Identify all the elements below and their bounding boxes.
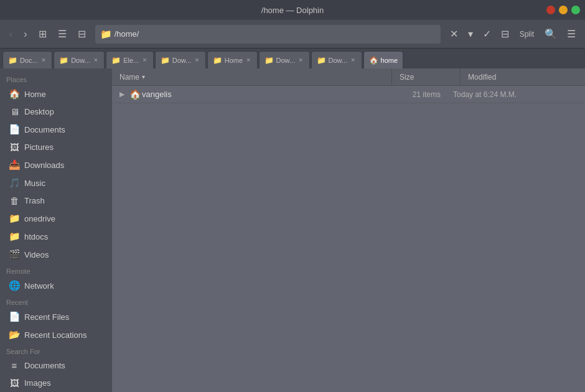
htdocs-icon: 📁 xyxy=(9,231,20,242)
sidebar-item-label-desktop: Desktop xyxy=(24,107,54,116)
split-button[interactable]: Split xyxy=(515,27,539,41)
sidebar-item-network[interactable]: 🌐Network xyxy=(2,277,110,294)
tab-folder-icon: 📁 xyxy=(59,56,68,65)
sidebar-item-pictures[interactable]: 🖼Pictures xyxy=(2,139,110,156)
documents-icon: 📄 xyxy=(9,124,20,135)
address-folder-icon: 📁 xyxy=(100,29,112,40)
sidebar-item-recent-locations[interactable]: 📂Recent Locations xyxy=(2,326,110,343)
network-icon: 🌐 xyxy=(9,280,20,291)
sidebar-item-home[interactable]: 🏠Home xyxy=(2,85,110,103)
clear-address-button[interactable]: ✕ xyxy=(446,25,462,43)
remote-label: Remote xyxy=(0,264,112,276)
sidebar-item-label-recent-locations: Recent Locations xyxy=(24,330,87,340)
sidebar-item-label-trash: Trash xyxy=(24,196,45,205)
tab-label: Dow... xyxy=(172,57,192,64)
minimize-button[interactable] xyxy=(559,6,568,14)
hamburger-icon: ☰ xyxy=(567,28,576,40)
address-text: /home/ xyxy=(115,29,139,39)
tab-ele[interactable]: 📁Ele...× xyxy=(106,51,154,68)
sidebar-item-documents[interactable]: 📄Documents xyxy=(2,121,110,138)
tab-close-button[interactable]: × xyxy=(93,57,99,63)
search-button[interactable]: 🔍 xyxy=(540,25,561,43)
trash-icon: 🗑 xyxy=(9,195,20,206)
sidebar-item-trash[interactable]: 🗑Trash xyxy=(2,192,110,209)
file-header: Name ▾ Size Modified xyxy=(112,68,585,86)
details-button[interactable]: ⊟ xyxy=(497,25,513,43)
icon-view-button[interactable]: ⊞ xyxy=(34,25,51,43)
menu-button[interactable]: ☰ xyxy=(563,25,580,43)
table-row[interactable]: ▶🏠vangelis21 itemsToday at 6:24 M.M. xyxy=(112,86,585,103)
sidebar-item-search-images[interactable]: 🖼Images xyxy=(2,375,110,391)
sidebar-item-label-downloads: Downloads xyxy=(24,161,64,170)
tab-close-button[interactable]: × xyxy=(194,57,200,63)
sidebar-item-videos[interactable]: 🎬Videos xyxy=(2,246,110,263)
address-bar[interactable]: 📁 /home/ xyxy=(95,25,441,44)
sidebar-item-label-recent-files: Recent Files xyxy=(24,312,69,322)
sidebar: Places 🏠Home🖥Desktop📄Documents🖼Pictures📥… xyxy=(0,68,112,392)
confirm-button[interactable]: ✓ xyxy=(479,25,495,43)
close-button[interactable] xyxy=(546,6,555,14)
tab-label: Home xyxy=(225,57,243,64)
tab-folder-icon: 📁 xyxy=(111,56,121,65)
home-icon: 🏠 xyxy=(9,88,20,100)
tab-folder-icon: 📁 xyxy=(264,56,274,65)
tab-folder-icon: 📁 xyxy=(161,56,170,65)
tab-doc[interactable]: 📁Doc...× xyxy=(2,51,52,68)
tab-folder-icon: 🏠 xyxy=(369,56,378,65)
tab-close-button[interactable]: × xyxy=(40,57,47,63)
tab-close-button[interactable]: × xyxy=(297,57,304,63)
sidebar-item-label-documents: Documents xyxy=(24,125,65,134)
tab-label: Dow... xyxy=(276,57,296,64)
tab-close-button[interactable]: × xyxy=(245,57,251,63)
tab-folder-icon: 📁 xyxy=(8,56,17,65)
sidebar-item-search-documents[interactable]: ≡Documents xyxy=(2,357,110,374)
sidebar-item-label-htdocs: htdocs xyxy=(24,232,48,241)
compact-view-button[interactable]: ⊟ xyxy=(73,25,90,43)
tab-dow2[interactable]: 📁Dow...× xyxy=(155,51,206,68)
window-title: /home — Dolphin xyxy=(261,6,324,15)
back-button[interactable]: ‹ xyxy=(5,26,17,43)
expand-arrow-icon[interactable]: ▶ xyxy=(119,90,129,98)
sidebar-item-label-home: Home xyxy=(24,90,46,99)
tab-label: Dow... xyxy=(329,57,348,64)
list-icon: ☰ xyxy=(58,28,67,40)
compact-icon: ⊟ xyxy=(78,28,86,40)
tab-dow3[interactable]: 📁Dow...× xyxy=(259,51,310,68)
sidebar-item-label-network: Network xyxy=(24,281,54,291)
tab-close-button[interactable]: × xyxy=(350,57,356,63)
sidebar-item-onedrive[interactable]: 📁onedrive xyxy=(2,210,110,227)
window-controls xyxy=(546,6,580,14)
address-dropdown-button[interactable]: ▾ xyxy=(464,25,477,43)
forward-button[interactable]: › xyxy=(19,26,31,43)
search-images-icon: 🖼 xyxy=(9,378,20,388)
file-icon: 🏠 xyxy=(129,89,142,100)
title-bar: /home — Dolphin xyxy=(0,0,585,20)
sidebar-item-htdocs[interactable]: 📁htdocs xyxy=(2,228,110,245)
maximize-button[interactable] xyxy=(571,6,580,14)
tab-dow1[interactable]: 📁Dow...× xyxy=(54,51,105,68)
onedrive-icon: 📁 xyxy=(9,213,20,224)
music-icon: 🎵 xyxy=(9,177,20,189)
search-documents-icon: ≡ xyxy=(9,360,20,371)
file-area: Name ▾ Size Modified ▶🏠vangelis21 itemsT… xyxy=(112,68,585,392)
list-view-button[interactable]: ☰ xyxy=(54,25,71,43)
sidebar-item-downloads[interactable]: 📥Downloads xyxy=(2,156,110,174)
sidebar-item-label-search-images: Images xyxy=(24,378,51,388)
tab-close-button[interactable]: × xyxy=(141,57,147,63)
tab-folder-icon: 📁 xyxy=(317,56,326,65)
search-icon: 🔍 xyxy=(545,28,557,40)
name-column-header[interactable]: Name ▾ xyxy=(112,68,392,85)
tab-home[interactable]: 📁Home× xyxy=(207,51,258,68)
modified-column-header[interactable]: Modified xyxy=(461,68,585,85)
sidebar-item-recent-files[interactable]: 📄Recent Files xyxy=(2,308,110,325)
sidebar-item-label-videos: Videos xyxy=(24,250,49,259)
size-column-header[interactable]: Size xyxy=(392,68,461,85)
tab-label: home xyxy=(381,57,398,64)
file-modified: Today at 6:24 M.M. xyxy=(453,90,578,99)
sidebar-item-desktop[interactable]: 🖥Desktop xyxy=(2,103,110,120)
tab-dow4[interactable]: 📁Dow...× xyxy=(311,51,362,68)
file-list: ▶🏠vangelis21 itemsToday at 6:24 M.M. xyxy=(112,86,585,392)
tab-homeActive[interactable]: 🏠home xyxy=(363,51,404,68)
file-name: vangelis xyxy=(142,90,391,99)
sidebar-item-music[interactable]: 🎵Music xyxy=(2,174,110,192)
